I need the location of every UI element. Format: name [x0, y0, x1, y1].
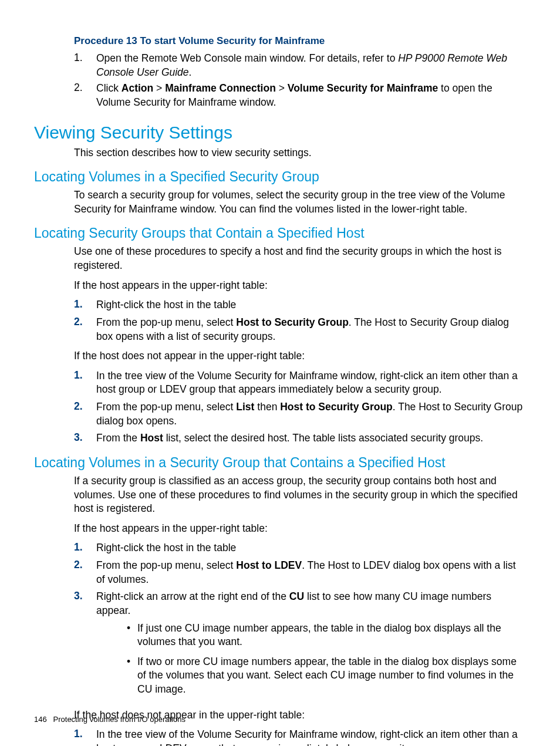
list-item: 3. From the Host list, select the desire… [74, 431, 526, 445]
step-number: 1. [74, 541, 96, 555]
heading-locating-volumes-group-host: Locating Volumes in a Security Group tha… [34, 455, 526, 471]
heading-locating-volumes-specified-group: Locating Volumes in a Specified Security… [34, 169, 526, 185]
step-text: Right-click the host in the table [96, 541, 526, 555]
paragraph: If the host appears in the upper-right t… [74, 279, 526, 293]
heading-locating-security-groups-host: Locating Security Groups that Contain a … [34, 225, 526, 241]
step-text: In the tree view of the Volume Security … [96, 369, 526, 397]
paragraph: If a security group is classified as an … [74, 474, 526, 516]
step-number: 1. [74, 52, 96, 79]
step-text: In the tree view of the Volume Security … [96, 728, 526, 746]
list-item: 3. Right-click an arrow at the right end… [74, 590, 526, 702]
ordered-list: 1. Right-click the host in the table 2. … [74, 541, 526, 702]
step-text: From the pop-up menu, select Host to Sec… [96, 316, 526, 343]
list-item: 1. In the tree view of the Volume Securi… [74, 369, 526, 397]
procedure-title: Procedure 13 To start Volume Security fo… [74, 35, 526, 47]
page-footer: 146 Protecting volumes from I/O operatio… [34, 715, 185, 724]
bullet-icon: • [120, 622, 137, 649]
list-item: 2. From the pop-up menu, select List the… [74, 400, 526, 428]
step-number: 2. [74, 400, 96, 428]
step-number: 2. [74, 559, 96, 586]
paragraph: This section describes how to view secur… [74, 146, 526, 160]
bullet-icon: • [120, 655, 137, 697]
step-text: Open the Remote Web Console main window.… [96, 52, 526, 79]
list-item: 2. From the pop-up menu, select Host to … [74, 316, 526, 343]
step-number: 1. [74, 298, 96, 312]
list-item: 1. Right-click the host in the table [74, 541, 526, 555]
ordered-list: 1. In the tree view of the Volume Securi… [74, 369, 526, 445]
list-item: • If two or more CU image numbers appear… [120, 655, 526, 697]
step-text: From the Host list, select the desired h… [96, 431, 526, 445]
step-number: 2. [74, 82, 96, 109]
step-number: 1. [74, 728, 96, 746]
step-text: From the pop-up menu, select Host to LDE… [96, 559, 526, 586]
paragraph: If the host does not appear in the upper… [74, 349, 526, 363]
step-number: 2. [74, 316, 96, 343]
paragraph: To search a security group for volumes, … [74, 188, 526, 216]
step-text: Right-click an arrow at the right end of… [96, 590, 526, 702]
list-item: 2. Click Action > Mainframe Connection >… [74, 82, 526, 109]
step-number: 1. [74, 369, 96, 397]
bullet-text: If just one CU image number appears, the… [137, 622, 526, 649]
ordered-list: 1. Right-click the host in the table 2. … [74, 298, 526, 343]
list-item: 1. Right-click the host in the table [74, 298, 526, 312]
page-number: 146 [34, 715, 47, 724]
step-number: 3. [74, 431, 96, 445]
list-item: • If just one CU image number appears, t… [120, 622, 526, 649]
list-item: 2. From the pop-up menu, select Host to … [74, 559, 526, 586]
heading-viewing-security-settings: Viewing Security Settings [34, 123, 526, 143]
bullet-text: If two or more CU image numbers appear, … [137, 655, 526, 697]
step-number: 3. [74, 590, 96, 702]
step-text: Click Action > Mainframe Connection > Vo… [96, 82, 526, 109]
list-item: 1. In the tree view of the Volume Securi… [74, 728, 526, 746]
procedure-steps: 1. Open the Remote Web Console main wind… [74, 52, 526, 110]
list-item: 1. Open the Remote Web Console main wind… [74, 52, 526, 79]
ordered-list: 1. In the tree view of the Volume Securi… [74, 728, 526, 746]
paragraph: If the host appears in the upper-right t… [74, 522, 526, 536]
step-text: From the pop-up menu, select List then H… [96, 400, 526, 428]
bullet-list: • If just one CU image number appears, t… [120, 622, 526, 697]
footer-label: Protecting volumes from I/O operations [53, 715, 185, 724]
step-text: Right-click the host in the table [96, 298, 526, 312]
paragraph: Use one of these procedures to specify a… [74, 245, 526, 272]
